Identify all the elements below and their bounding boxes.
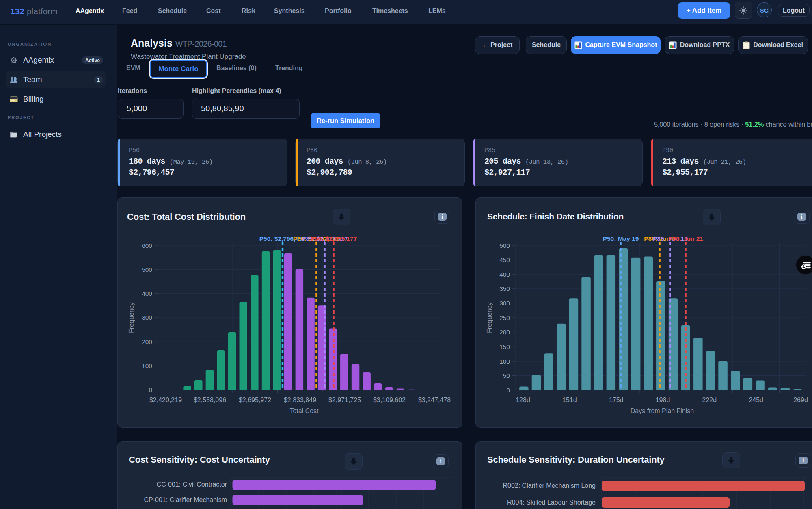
svg-text:P90: Jun 21: P90: Jun 21 (668, 235, 704, 242)
svg-text:Total Cost: Total Cost (289, 407, 319, 414)
svg-text:50: 50 (503, 372, 510, 379)
svg-text:175d: 175d (609, 396, 624, 403)
svg-text:$2,695,972: $2,695,972 (239, 396, 271, 403)
svg-text:$3,247,478: $3,247,478 (418, 396, 451, 403)
svg-text:500: 500 (142, 266, 152, 273)
svg-text:$2,558,096: $2,558,096 (194, 396, 226, 403)
svg-text:P50: May 19: P50: May 19 (603, 235, 639, 242)
svg-text:500: 500 (499, 242, 510, 249)
svg-text:400: 400 (142, 290, 152, 297)
svg-text:R004: Skilled Labour Shortage: R004: Skilled Labour Shortage (507, 499, 596, 506)
svg-text:Frequency: Frequency (486, 302, 493, 333)
svg-text:$2,971,725: $2,971,725 (328, 396, 361, 403)
svg-text:$2,833,849: $2,833,849 (284, 396, 316, 403)
svg-text:250: 250 (499, 314, 510, 321)
svg-text:200: 200 (499, 329, 510, 336)
svg-text:CP-001: Clarifier Mechanism: CP-001: Clarifier Mechanism (144, 496, 227, 503)
svg-text:200: 200 (142, 338, 152, 345)
svg-text:0: 0 (149, 386, 152, 393)
svg-text:600: 600 (142, 242, 152, 249)
svg-text:P90: $2,955,177: P90: $2,955,177 (311, 235, 357, 242)
svg-text:100: 100 (142, 362, 152, 369)
svg-text:245d: 245d (749, 396, 763, 403)
svg-text:300: 300 (142, 314, 152, 321)
svg-text:CC-001: Civil Contractor: CC-001: Civil Contractor (157, 481, 227, 488)
svg-text:150: 150 (499, 343, 510, 350)
svg-text:Days from Plan Finish: Days from Plan Finish (631, 407, 694, 414)
svg-text:R002: Clarifier Mechanism Long: R002: Clarifier Mechanism Long (503, 482, 596, 489)
svg-text:100: 100 (499, 358, 510, 365)
svg-text:198d: 198d (656, 396, 670, 403)
svg-text:222d: 222d (702, 396, 717, 403)
svg-text:450: 450 (499, 256, 510, 263)
svg-text:350: 350 (499, 285, 510, 292)
svg-text:$3,109,602: $3,109,602 (373, 396, 406, 403)
svg-text:269d: 269d (793, 396, 808, 403)
svg-text:$2,420,219: $2,420,219 (149, 396, 182, 403)
svg-text:151d: 151d (562, 396, 577, 403)
svg-text:0: 0 (506, 387, 510, 394)
svg-text:400: 400 (499, 271, 510, 278)
svg-text:Frequency: Frequency (128, 302, 135, 333)
svg-text:300: 300 (499, 300, 510, 307)
svg-text:128d: 128d (516, 396, 530, 403)
